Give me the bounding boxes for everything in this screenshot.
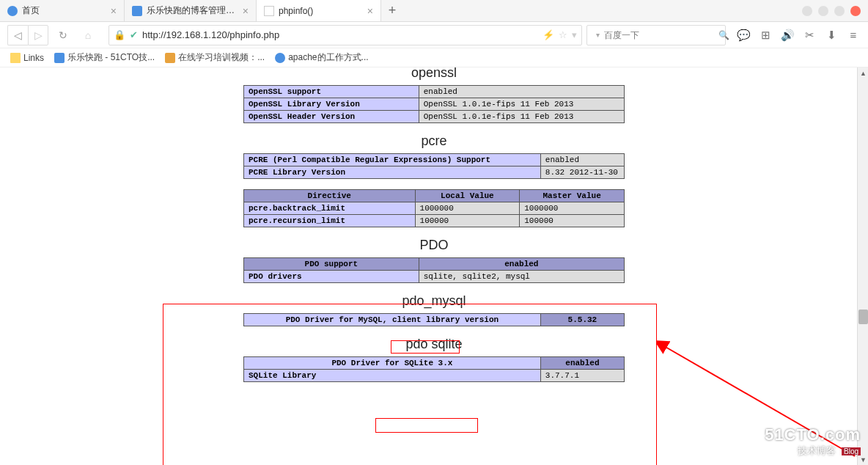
maximize-icon[interactable] [834, 6, 845, 16]
bookmark-51cto[interactable]: 乐乐快跑 - 51CTO技... [54, 51, 155, 64]
minimize-icon[interactable] [818, 6, 828, 16]
tab-title: 首页 [22, 4, 106, 17]
bookmarks-bar: Links 乐乐快跑 - 51CTO技... 在线学习培训视频：... apac… [0, 48, 868, 67]
col-support: PDO support [244, 258, 419, 271]
col-enabled: enabled [419, 258, 624, 271]
watermark-line1: 51CTO.com [765, 425, 861, 444]
bookmark-star-icon[interactable]: ☆ [559, 29, 567, 40]
col-local: Local Value [415, 190, 520, 202]
dropdown-icon[interactable]: ▾ [572, 29, 577, 40]
phpinfo-content: openssl OpenSSL supportenabled OpenSSL L… [243, 67, 625, 382]
folder-icon [10, 53, 21, 63]
pdo-sqlite-table: PDO Driver for SQLite 3.xenabled SQLite … [243, 356, 625, 382]
bookmark-label: apache的工作方式... [288, 51, 368, 64]
cell-master: 100000 [520, 215, 625, 227]
section-title-openssl: openssl [243, 67, 625, 81]
search-box[interactable]: ▾ 🔍 [586, 25, 726, 45]
watermark-line2: 技术博客 [798, 444, 836, 458]
bookmark-apache[interactable]: apache的工作方式... [275, 51, 368, 64]
site-icon [54, 53, 65, 63]
cell-key: pcre.recursion_limit [244, 215, 416, 227]
cell-key: PDO Driver for SQLite 3.x [244, 357, 541, 370]
site-icon [165, 53, 175, 63]
cell-key: PCRE (Perl Compatible Regular Expression… [244, 154, 541, 166]
pcre-directives-table: DirectiveLocal ValueMaster Value pcre.ba… [243, 189, 625, 227]
address-bar[interactable]: 🔒 ✔ ⚡ ☆ ▾ [108, 25, 582, 45]
table-row: OpenSSL Header VersionOpenSSL 1.0.1e-fip… [244, 111, 625, 123]
bookmark-training[interactable]: 在线学习培训视频：... [165, 51, 265, 64]
search-dropdown-icon[interactable]: ▾ [596, 31, 600, 39]
pcre-main-table: PCRE (Perl Compatible Regular Expression… [243, 153, 625, 179]
pdo-mysql-table: PDO Driver for MySQL, client library ver… [243, 313, 625, 326]
chat-icon[interactable]: 💬 [736, 28, 751, 43]
cell-val: enabled [540, 154, 624, 166]
page-icon [264, 6, 274, 16]
back-button[interactable]: ◁ [7, 25, 28, 45]
shield-icon: ✔ [130, 29, 138, 40]
cell-val: 5.5.32 [540, 314, 624, 326]
cell-val: 8.32 2012-11-30 [540, 166, 624, 179]
cell-val: sqlite, sqlite2, mysql [419, 271, 624, 283]
sound-icon[interactable]: 🔊 [780, 28, 795, 43]
tab-title: phpinfo() [279, 6, 363, 16]
section-title-pdo-sqlite: pdo sqlite [243, 337, 625, 352]
forward-button[interactable]: ▷ [28, 25, 48, 45]
tab-title: 乐乐快跑的博客管理后台-... [147, 4, 238, 17]
cell-val: OpenSSL 1.0.1e-fips 11 Feb 2013 [419, 111, 624, 123]
flash-icon[interactable]: ⚡ [542, 29, 554, 40]
bookmark-label: 乐乐快跑 - 51CTO技... [67, 51, 155, 64]
tab-phpinfo[interactable]: phpinfo() × [257, 0, 381, 21]
bookmark-label: Links [23, 53, 44, 63]
home-button[interactable]: ⌂ [78, 25, 98, 45]
tabs-bar: 首页 × 乐乐快跑的博客管理后台-... × phpinfo() × + [0, 0, 868, 22]
table-header-row: DirectiveLocal ValueMaster Value [244, 190, 625, 202]
table-header-row: PDO supportenabled [244, 258, 625, 271]
search-icon[interactable]: 🔍 [718, 30, 729, 40]
vertical-scrollbar[interactable]: ▲ ▼ [857, 67, 868, 465]
close-icon[interactable]: × [111, 5, 117, 17]
download-icon[interactable]: ⬇ [824, 28, 839, 43]
col-directive: Directive [244, 190, 416, 202]
table-row: PCRE Library Version8.32 2012-11-30 [244, 166, 625, 179]
table-row: SQLite Library3.7.7.1 [244, 370, 625, 382]
tab-home[interactable]: 首页 × [0, 0, 125, 21]
cell-master: 1000000 [520, 202, 625, 215]
table-row: PDO Driver for SQLite 3.xenabled [244, 357, 625, 370]
lock-icon: 🔒 [114, 29, 125, 40]
bookmark-links[interactable]: Links [10, 53, 44, 63]
table-row: pcre.backtrack_limit10000001000000 [244, 202, 625, 215]
window-controls [802, 6, 868, 16]
reload-button[interactable]: ↻ [53, 25, 73, 45]
scrollbar-thumb[interactable] [858, 310, 868, 324]
cell-key: pcre.backtrack_limit [244, 202, 416, 215]
table-row: PCRE (Perl Compatible Regular Expression… [244, 154, 625, 166]
section-title-pdo: PDO [243, 238, 625, 253]
new-tab-button[interactable]: + [381, 3, 403, 18]
tab-blog-admin[interactable]: 乐乐快跑的博客管理后台-... × [125, 0, 257, 21]
col-master: Master Value [520, 190, 625, 202]
scroll-up-icon[interactable]: ▲ [858, 67, 868, 78]
cell-key: OpenSSL support [244, 86, 419, 98]
qr-icon[interactable]: ⊞ [758, 28, 773, 43]
sync-icon[interactable] [802, 6, 812, 16]
annotation-box [375, 418, 478, 433]
openssl-table: OpenSSL supportenabled OpenSSL Library V… [243, 85, 625, 123]
menu-icon[interactable]: ≡ [846, 28, 861, 43]
table-row: PDO driverssqlite, sqlite2, mysql [244, 271, 625, 283]
scissors-icon[interactable]: ✂ [802, 28, 817, 43]
site-icon [132, 6, 142, 16]
cell-key: OpenSSL Header Version [244, 111, 419, 123]
window-close-icon[interactable] [850, 6, 861, 16]
table-row: pcre.recursion_limit100000100000 [244, 215, 625, 227]
section-title-pdo-mysql: pdo_mysql [243, 293, 625, 309]
cell-val: OpenSSL 1.0.1e-fips 11 Feb 2013 [419, 98, 624, 111]
globe-icon [7, 6, 18, 16]
close-icon[interactable]: × [243, 5, 249, 17]
url-input[interactable] [142, 29, 538, 40]
table-row: PDO Driver for MySQL, client library ver… [244, 314, 625, 326]
search-input[interactable] [604, 30, 714, 40]
table-row: OpenSSL supportenabled [244, 86, 625, 98]
close-icon[interactable]: × [367, 5, 373, 17]
cell-key: PDO Driver for MySQL, client library ver… [244, 314, 541, 326]
watermark: 51CTO.com 技术博客Blog [765, 425, 861, 458]
